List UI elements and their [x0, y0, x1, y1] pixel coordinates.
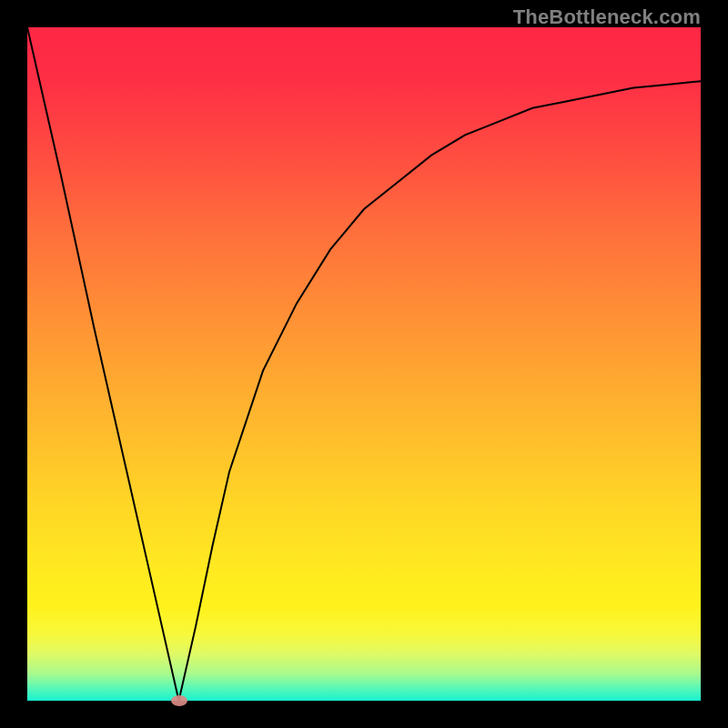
attribution-text: TheBottleneck.com [513, 5, 701, 29]
line-series [27, 27, 701, 701]
curve-path [27, 27, 701, 701]
chart-frame: TheBottleneck.com [0, 0, 728, 728]
plot-area [27, 27, 701, 701]
min-marker [171, 695, 187, 706]
